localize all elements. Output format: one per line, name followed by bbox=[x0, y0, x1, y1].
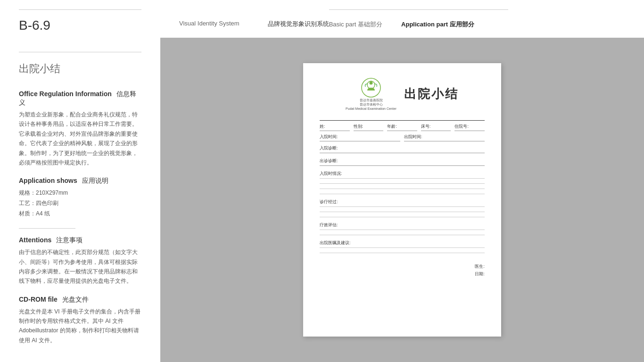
section2-spec: 规格：210X297mm 工艺：四色印刷 材质：A4 纸 bbox=[19, 188, 141, 219]
main-layout: 出院小结 Office Regulation Information 信息释义 … bbox=[0, 38, 644, 362]
sidebar-top-divider bbox=[19, 52, 141, 52]
lines-admit-condition bbox=[320, 178, 485, 194]
lines-treatment bbox=[320, 206, 485, 217]
doc-row-2: 入院时间: 出院时间: bbox=[320, 134, 485, 141]
doc-row-1: 姓: 性别: 年龄: 床号: 住院号: bbox=[320, 123, 485, 131]
basic-part-label: Basic part 基础部分 bbox=[329, 20, 382, 29]
section2-heading: Application shows 应用说明 bbox=[19, 177, 141, 185]
footer-date: 日期: bbox=[475, 270, 485, 278]
header-right: Basic part 基础部分 Application part 应用部分 bbox=[329, 9, 508, 29]
field-bed: 床号: bbox=[421, 123, 451, 131]
doc-title: 出院小结 bbox=[404, 86, 459, 102]
label-admit-condition: 入院时情况: bbox=[320, 171, 485, 177]
field-admit-time: 入院时间: bbox=[320, 134, 400, 141]
hospital-logo-icon bbox=[361, 77, 381, 98]
doc-header-divider bbox=[320, 120, 485, 121]
section3-body: 由于信息的不确定性，此页部分规范（如文字大小、间距等）可作为参考使用，具体可根据… bbox=[19, 247, 141, 286]
section1-body: 为塑造企业新形象，配合企业商务礼仪规范，特设计各种事务用品，以适应各种日常工作需… bbox=[19, 110, 141, 167]
label-efficacy: 疗效评估: bbox=[320, 222, 485, 228]
section-divider bbox=[19, 228, 75, 229]
field-name: 姓: bbox=[320, 123, 350, 131]
section1-heading: Office Regulation Information 信息释义 bbox=[19, 90, 141, 107]
page-code: B-6.9 bbox=[19, 5, 179, 33]
vis-title-en: Visual Identity System bbox=[179, 20, 239, 28]
lines-discharge-advice bbox=[320, 247, 485, 253]
label-discharge-advice: 出院医嘱及建议: bbox=[320, 240, 485, 246]
footer-doctor: 医生: bbox=[475, 263, 485, 270]
section4-body: 光盘文件是本 VI 手册电子文件的集合，内含手册制作时的专用软件格式文件。其中 … bbox=[19, 307, 141, 346]
field-age: 年龄: bbox=[387, 123, 417, 131]
label-treatment: 诊疗经过: bbox=[320, 199, 485, 205]
svg-point-2 bbox=[370, 82, 373, 85]
header-left: B-6.9 bbox=[19, 5, 179, 33]
header-center: Visual Identity System 品牌视觉形象识别系统 bbox=[179, 9, 329, 28]
field-discharge-time: 出院时间: bbox=[404, 134, 485, 141]
section4-heading: CD-ROM file 光盘文件 bbox=[19, 296, 141, 304]
doc-logo: 普达市嘉善医院 普达市体检中心 Pudat Medical Examinatio… bbox=[346, 77, 396, 111]
sidebar-title: 出院小结 bbox=[19, 62, 141, 76]
logo-text: 普达市嘉善医院 普达市体检中心 Pudat Medical Examinatio… bbox=[346, 98, 396, 111]
app-part-label: Application part 应用部分 bbox=[401, 20, 474, 29]
header-top-divider bbox=[19, 9, 141, 10]
doc-header: 普达市嘉善医院 普达市体检中心 Pudat Medical Examinatio… bbox=[320, 77, 485, 111]
doc-footer: 医生: 日期: bbox=[320, 263, 485, 278]
field-gender: 性别: bbox=[354, 123, 384, 131]
field-hospital-no: 住院号: bbox=[454, 123, 485, 131]
line-admit-diagnosis bbox=[320, 153, 485, 153]
section3-heading: Attentions 注意事项 bbox=[19, 236, 141, 245]
header: B-6.9 Visual Identity System 品牌视觉形象识别系统 … bbox=[0, 0, 644, 38]
sidebar: 出院小结 Office Regulation Information 信息释义 … bbox=[0, 38, 160, 362]
vis-title-cn: 品牌视觉形象识别系统 bbox=[268, 20, 329, 28]
lines-efficacy bbox=[320, 230, 485, 235]
line-discharge-diagnosis bbox=[320, 165, 485, 166]
label-admit-diagnosis: 入院诊断: bbox=[320, 145, 485, 151]
document: 普达市嘉善医院 普达市体检中心 Pudat Medical Examinatio… bbox=[303, 63, 501, 337]
label-discharge-diagnosis: 出诊诊断: bbox=[320, 158, 485, 164]
content-area: 普达市嘉善医院 普达市体检中心 Pudat Medical Examinatio… bbox=[160, 38, 644, 362]
